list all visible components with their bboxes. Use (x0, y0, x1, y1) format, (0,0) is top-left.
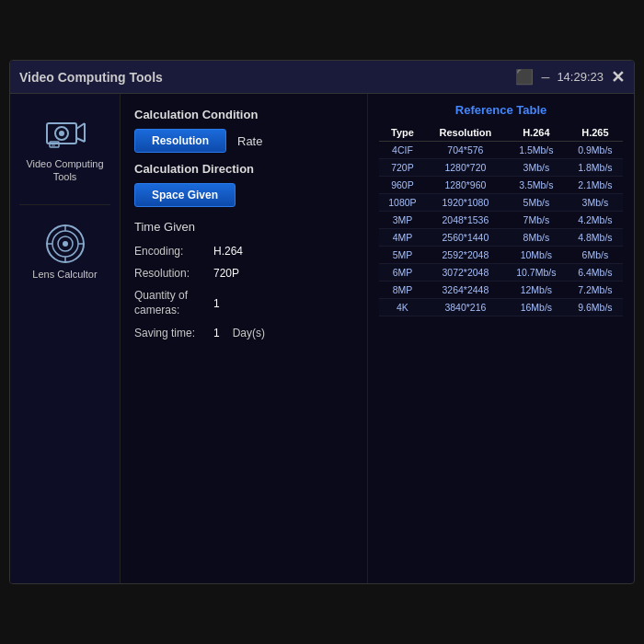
direction-title: Calculation Direction (134, 162, 353, 176)
table-cell-7-2: 10.7Mb/s (505, 264, 568, 282)
table-cell-3-1: 1920*1080 (426, 194, 505, 212)
resolution-label: Resolution: (134, 267, 208, 280)
table-row: 6MP3072*204810.7Mb/s6.4Mb/s (379, 264, 623, 282)
svg-line-5 (76, 138, 85, 142)
table-cell-5-2: 8Mb/s (505, 229, 568, 247)
saving-time-label: Saving time: (134, 327, 208, 339)
condition-title: Calculation Condition (134, 108, 353, 121)
table-cell-3-0: 1080P (379, 194, 426, 212)
table-cell-4-3: 4.2Mb/s (568, 212, 623, 229)
quantity-label: Quantity of cameras: (134, 289, 208, 317)
table-cell-6-2: 10Mb/s (505, 247, 568, 264)
lens-svg (44, 223, 86, 265)
table-cell-0-0: 4CIF (379, 142, 426, 159)
table-cell-1-3: 1.8Mb/s (568, 159, 623, 177)
clock-display: 14:29:23 (557, 70, 604, 84)
table-row: 960P1280*9603.5Mb/s2.1Mb/s (379, 177, 623, 194)
app-window: Video Computing Tools ⬛ – 14:29:23 ✕ (9, 60, 635, 584)
table-cell-9-0: 4K (379, 299, 426, 316)
table-cell-0-2: 1.5Mb/s (505, 142, 568, 159)
table-cell-1-1: 1280*720 (426, 159, 505, 177)
table-cell-0-3: 0.9Mb/s (568, 142, 623, 159)
table-cell-9-2: 16Mb/s (505, 299, 568, 316)
table-cell-6-0: 5MP (379, 247, 426, 264)
table-row: 4K3840*21616Mb/s9.6Mb/s (379, 299, 623, 316)
rate-label: Rate (237, 134, 262, 148)
sidebar-divider (19, 204, 109, 205)
table-cell-1-2: 3Mb/s (505, 159, 568, 177)
table-cell-4-0: 3MP (379, 212, 426, 229)
camera-svg (42, 116, 88, 151)
table-cell-2-1: 1280*960 (426, 177, 505, 194)
table-cell-9-3: 9.6Mb/s (568, 299, 623, 316)
title-bar: Video Computing Tools ⬛ – 14:29:23 ✕ (10, 61, 634, 94)
time-given-label: Time Given (134, 220, 353, 234)
table-cell-7-3: 6.4Mb/s (568, 264, 623, 282)
svg-line-3 (76, 123, 85, 129)
table-row: 1080P1920*10805Mb/s3Mb/s (379, 194, 623, 212)
col-header-resolution: Resolution (426, 124, 505, 142)
title-bar-controls: ⬛ – 14:29:23 ✕ (515, 67, 625, 87)
table-cell-6-3: 6Mb/s (568, 247, 623, 264)
close-button[interactable]: ✕ (611, 67, 625, 87)
table-cell-8-3: 7.2Mb/s (568, 282, 623, 299)
camera-icon (42, 115, 88, 152)
svg-point-2 (59, 131, 64, 136)
table-header-row: Type Resolution H.264 H.265 (379, 124, 623, 142)
content-area: Video Computing Tools (10, 94, 634, 583)
resolution-row: Resolution: 720P (134, 267, 353, 280)
table-cell-7-0: 6MP (379, 264, 426, 282)
table-cell-8-2: 12Mb/s (505, 282, 568, 299)
encoding-label: Encoding: (134, 245, 208, 258)
table-row: 4CIF704*5761.5Mb/s0.9Mb/s (379, 142, 623, 159)
minimize-button[interactable]: – (541, 69, 549, 86)
table-cell-7-1: 3072*2048 (426, 264, 505, 282)
quantity-row: Quantity of cameras: 1 (134, 289, 353, 317)
table-cell-5-0: 4MP (379, 229, 426, 247)
table-cell-8-1: 3264*2448 (426, 282, 505, 299)
table-row: 4MP2560*14408Mb/s4.8Mb/s (379, 229, 623, 247)
table-cell-2-2: 3.5Mb/s (505, 177, 568, 194)
encoding-value: H.264 (213, 245, 243, 258)
table-cell-2-3: 2.1Mb/s (568, 177, 623, 194)
table-cell-2-0: 960P (379, 177, 426, 194)
saving-time-unit: Day(s) (233, 327, 265, 339)
space-given-button[interactable]: Space Given (134, 183, 236, 207)
resolution-button[interactable]: Resolution (134, 129, 226, 153)
table-cell-5-3: 4.8Mb/s (568, 229, 623, 247)
screen-icon[interactable]: ⬛ (515, 68, 534, 86)
col-header-h265: H.265 (568, 124, 623, 142)
table-cell-9-1: 3840*216 (426, 299, 505, 316)
table-cell-8-0: 8MP (379, 282, 426, 299)
table-cell-4-2: 7Mb/s (505, 212, 568, 229)
svg-point-12 (63, 241, 68, 247)
table-cell-3-3: 3Mb/s (568, 194, 623, 212)
reference-table-panel: Reference Table Type Resolution H.264 H.… (367, 94, 634, 583)
app-title: Video Computing Tools (19, 70, 163, 85)
space-given-row: Space Given (134, 183, 353, 207)
table-body: 4CIF704*5761.5Mb/s0.9Mb/s720P1280*7203Mb… (379, 142, 623, 316)
table-cell-0-1: 704*576 (426, 142, 505, 159)
reference-table-title: Reference Table (379, 103, 623, 117)
lens-icon (42, 225, 88, 262)
sidebar-item-video-computing-tools[interactable]: Video Computing Tools (15, 108, 115, 191)
saving-row: Saving time: 1 Day(s) (134, 327, 353, 339)
outer-wrapper: Video Computing Tools ⬛ – 14:29:23 ✕ (0, 0, 644, 644)
resolution-value: 720P (213, 267, 239, 280)
table-cell-6-1: 2592*2048 (426, 247, 505, 264)
main-panel: Calculation Condition Resolution Rate Ca… (121, 94, 367, 583)
table-cell-1-0: 720P (379, 159, 426, 177)
table-row: 5MP2592*204810Mb/s6Mb/s (379, 247, 623, 264)
sidebar-item-lens-calculator[interactable]: Lens Calcultor (15, 218, 115, 288)
saving-time-value: 1 (213, 327, 220, 339)
table-cell-5-1: 2560*1440 (426, 229, 505, 247)
encoding-row: Encoding: H.264 (134, 245, 353, 258)
table-row: 8MP3264*244812Mb/s7.2Mb/s (379, 282, 623, 299)
col-header-h264: H.264 (505, 124, 568, 142)
col-header-type: Type (379, 124, 426, 142)
sidebar: Video Computing Tools (10, 94, 121, 583)
table-cell-3-2: 5Mb/s (505, 194, 568, 212)
resolution-rate-row: Resolution Rate (134, 129, 353, 153)
sidebar-lens-label: Lens Calcultor (32, 268, 97, 281)
quantity-value: 1 (213, 297, 220, 310)
